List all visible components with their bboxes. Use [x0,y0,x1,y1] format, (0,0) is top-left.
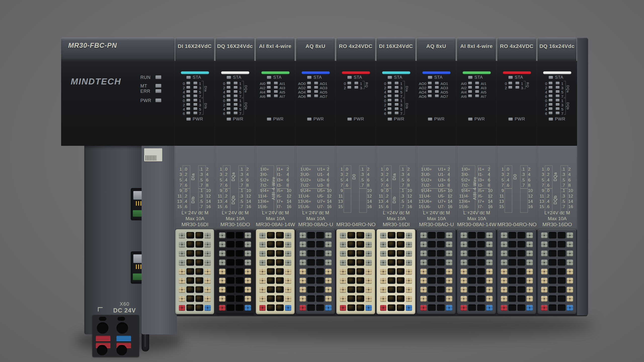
release-button[interactable] [259,251,266,256]
release-button[interactable] [567,287,573,293]
terminal-hole[interactable] [468,268,476,275]
release-button[interactable] [486,287,493,293]
terminal-hole[interactable] [397,304,405,311]
release-button[interactable] [541,287,547,293]
release-button[interactable] [380,278,386,284]
terminal-hole[interactable] [236,304,244,311]
release-button[interactable] [501,269,507,275]
release-lever-blue[interactable] [116,336,131,341]
release-button[interactable] [205,269,211,275]
release-button[interactable] [259,296,266,302]
terminal-hole[interactable] [186,295,194,302]
release-button[interactable] [259,287,266,293]
release-button[interactable] [285,305,291,311]
release-button[interactable] [179,269,185,275]
terminal-hole[interactable] [356,277,364,284]
release-button[interactable] [245,287,251,293]
terminal-hole[interactable] [388,277,395,284]
terminal-hole[interactable] [468,232,476,239]
release-button[interactable] [340,278,346,284]
terminal-hole[interactable] [195,286,203,293]
release-button[interactable] [259,269,266,275]
terminal-hole[interactable] [267,286,275,293]
release-button[interactable] [300,242,306,247]
terminal-hole[interactable] [236,241,244,248]
terminal-hole[interactable] [316,286,324,293]
terminal-hole[interactable] [508,259,516,266]
terminal-hole[interactable] [397,241,405,248]
terminal-hole[interactable] [517,304,525,311]
terminal-hole[interactable] [236,295,244,302]
terminal-hole[interactable] [508,250,516,257]
terminal-hole[interactable] [437,232,445,239]
terminal-hole[interactable] [517,250,525,257]
terminal-hole[interactable] [517,286,525,293]
terminal-hole[interactable] [356,268,364,275]
terminal-hole[interactable] [227,295,234,302]
terminal-hole[interactable] [347,232,355,239]
release-button[interactable] [567,278,573,284]
terminal-hole[interactable] [316,259,324,266]
terminal-hole[interactable] [468,250,476,257]
terminal-hole[interactable] [388,295,395,302]
release-button[interactable] [486,260,493,265]
terminal-hole[interactable] [508,232,516,239]
release-button[interactable] [380,242,386,247]
release-button[interactable] [406,287,412,293]
release-button[interactable] [366,296,372,302]
release-button[interactable] [285,242,291,247]
release-button[interactable] [406,296,412,302]
terminal-hole[interactable] [517,268,525,275]
release-button[interactable] [527,242,533,247]
release-button[interactable] [340,251,346,256]
terminal-hole[interactable] [388,250,395,257]
release-button[interactable] [446,305,452,311]
terminal-hole[interactable] [437,268,445,275]
release-button[interactable] [541,260,547,265]
release-button[interactable] [366,287,372,293]
release-button[interactable] [259,233,266,238]
terminal-hole[interactable] [195,250,203,257]
terminal-hole[interactable] [236,250,244,257]
terminal-hole[interactable] [307,295,315,302]
terminal-hole[interactable] [549,277,556,284]
release-button[interactable] [461,305,467,311]
terminal-hole[interactable] [356,286,364,293]
release-button[interactable] [527,305,533,311]
terminal-hole[interactable] [307,232,315,239]
release-button[interactable] [461,269,467,275]
terminal-hole[interactable] [428,241,436,248]
terminal-hole[interactable] [477,268,485,275]
release-button[interactable] [486,305,493,311]
release-button[interactable] [205,242,211,247]
terminal-hole[interactable] [307,268,315,275]
terminal-hole[interactable] [428,277,436,284]
release-button[interactable] [285,269,291,275]
release-button[interactable] [380,260,386,265]
release-button[interactable] [380,287,386,293]
terminal-hole[interactable] [468,286,476,293]
release-button[interactable] [340,260,346,265]
release-button[interactable] [245,260,251,265]
release-button[interactable] [541,296,547,302]
terminal-hole[interactable] [356,241,364,248]
terminal-hole[interactable] [468,277,476,284]
release-button[interactable] [366,269,372,275]
terminal-hole[interactable] [517,259,525,266]
release-button[interactable] [501,251,507,256]
terminal-hole[interactable] [549,304,556,311]
terminal-hole[interactable] [186,304,194,311]
terminal-hole[interactable] [195,304,203,311]
release-button[interactable] [541,278,547,284]
terminal-hole[interactable] [437,250,445,257]
release-button[interactable] [340,269,346,275]
release-button[interactable] [406,305,412,311]
terminal-hole[interactable] [517,277,525,284]
release-button[interactable] [245,269,251,275]
release-button[interactable] [366,242,372,247]
release-button[interactable] [406,269,412,275]
terminal-hole[interactable] [549,268,556,275]
terminal-hole[interactable] [195,277,203,284]
terminal-hole[interactable] [236,259,244,266]
terminal-hole[interactable] [356,232,364,239]
